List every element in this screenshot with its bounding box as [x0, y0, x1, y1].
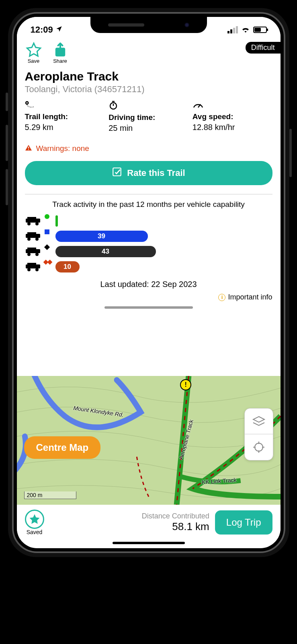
svg-rect-4 [28, 147, 29, 148]
crosshair-icon [252, 440, 266, 454]
star-outline-icon [25, 42, 43, 58]
svg-rect-21 [44, 244, 50, 250]
map-controls [244, 408, 273, 460]
map-scale: 200 m [24, 491, 76, 499]
svg-rect-5 [28, 149, 29, 150]
svg-point-2 [26, 102, 27, 103]
svg-point-24 [27, 268, 31, 271]
distance-contributed: Distance Contributed 58.1 km [50, 512, 209, 533]
svg-point-20 [35, 253, 39, 256]
wifi-icon [241, 25, 250, 35]
trail-detail-card: Save Share Difficult [17, 39, 281, 376]
home-indicator[interactable] [113, 542, 185, 544]
activity-bar: 43 [55, 246, 156, 257]
stopwatch-icon [109, 104, 118, 111]
vehicle-icon [25, 262, 44, 272]
blue-square-icon [44, 229, 50, 236]
vehicle-icon [25, 216, 43, 226]
map-view[interactable]: ! Mount Klondyke Rd. Aeroplane Track KK … [17, 376, 281, 505]
svg-rect-8 [27, 217, 36, 219]
svg-rect-16 [45, 229, 49, 234]
svg-point-9 [27, 222, 31, 225]
save-button[interactable]: Save [25, 42, 43, 64]
svg-rect-6 [113, 168, 121, 176]
trail-title: Aeroplane Track [25, 70, 272, 83]
activity-bar [55, 215, 58, 227]
layers-icon [252, 415, 266, 427]
pin-route-icon [25, 103, 35, 110]
activity-row-black: 43 [25, 246, 272, 257]
activity-title: Track activity in the past 12 months per… [25, 200, 272, 209]
green-circle-icon [44, 214, 50, 221]
share-icon [51, 42, 69, 58]
difficulty-badge: Difficult [246, 42, 281, 54]
sheet-drag-handle[interactable] [104, 306, 193, 309]
svg-rect-27 [47, 260, 52, 265]
stat-speed: Avg speed: 12.88 km/hr [193, 100, 272, 133]
black-diamond-icon [44, 244, 50, 252]
saved-button[interactable]: Saved [25, 510, 44, 535]
svg-rect-23 [27, 263, 36, 265]
svg-point-29 [255, 443, 263, 451]
checkbox-edit-icon [112, 167, 122, 180]
rate-trail-button[interactable]: Rate this Trail [25, 161, 272, 185]
centre-map-button[interactable]: Centre Map [24, 436, 101, 459]
warning-icon [25, 144, 32, 153]
svg-point-11 [45, 214, 49, 219]
bottom-bar: Saved Distance Contributed 58.1 km Log T… [17, 505, 281, 539]
svg-rect-13 [27, 232, 36, 235]
stat-length: Trail length: 5.29 km [25, 100, 105, 133]
warnings-row[interactable]: Warnings: none [25, 144, 272, 153]
map-layers-button[interactable] [245, 409, 273, 434]
activity-chart: 39 43 10 [25, 215, 272, 272]
trail-subtitle: Toolangi, Victoria (346571211) [25, 84, 272, 95]
svg-rect-18 [27, 248, 36, 250]
svg-point-14 [27, 237, 31, 241]
important-info-link[interactable]: i Important info [25, 293, 272, 301]
status-time: 12:09 [31, 25, 53, 35]
battery-icon [253, 27, 267, 33]
vehicle-icon [25, 247, 43, 256]
activity-bar: 39 [55, 231, 148, 242]
cell-signal-icon [227, 26, 238, 33]
map-locate-button[interactable] [245, 434, 273, 460]
vehicle-icon [25, 231, 43, 241]
svg-point-19 [27, 253, 31, 256]
last-updated: Last updated: 22 Sep 2023 [25, 280, 272, 289]
star-filled-icon [25, 510, 44, 529]
info-icon: i [218, 294, 225, 301]
activity-bar: 10 [55, 261, 80, 272]
log-trip-button[interactable]: Log Trip [215, 510, 272, 535]
svg-point-25 [35, 268, 39, 271]
stat-time: Driving time: 25 min [109, 100, 188, 133]
location-icon [55, 25, 63, 35]
speedometer-icon [193, 103, 204, 110]
activity-row-red: 10 [25, 261, 272, 272]
double-red-diamond-icon [43, 260, 53, 267]
svg-point-15 [35, 237, 39, 241]
activity-row-green [25, 215, 272, 227]
share-button[interactable]: Share [51, 42, 69, 64]
svg-point-10 [35, 222, 39, 225]
activity-row-blue: 39 [25, 231, 272, 242]
